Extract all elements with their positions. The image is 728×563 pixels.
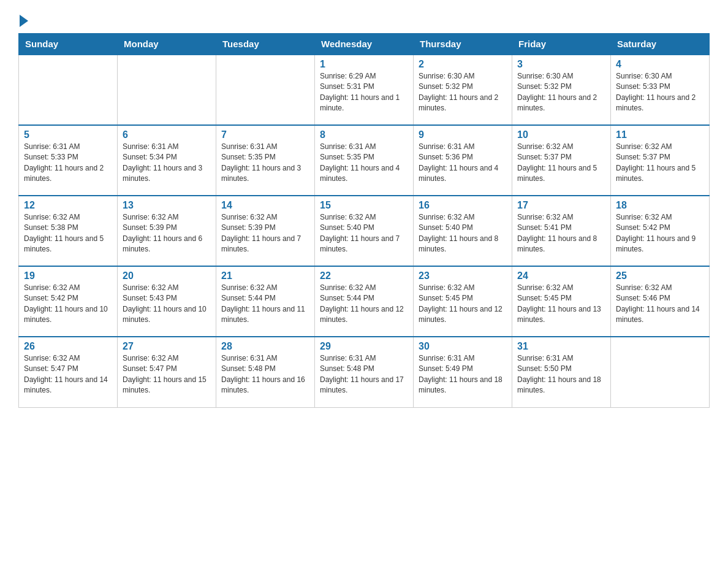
day-header-tuesday: Tuesday bbox=[216, 34, 315, 55]
calendar-cell: 12Sunrise: 6:32 AM Sunset: 5:38 PM Dayli… bbox=[19, 196, 118, 266]
calendar-cell: 2Sunrise: 6:30 AM Sunset: 5:32 PM Daylig… bbox=[414, 55, 512, 125]
cell-info: Sunrise: 6:32 AM Sunset: 5:44 PM Dayligh… bbox=[320, 283, 408, 326]
cell-day-number: 14 bbox=[221, 200, 309, 211]
cell-day-number: 12 bbox=[24, 200, 112, 211]
cell-day-number: 20 bbox=[123, 270, 211, 282]
calendar-cell: 17Sunrise: 6:32 AM Sunset: 5:41 PM Dayli… bbox=[512, 196, 611, 266]
cell-day-number: 4 bbox=[616, 59, 704, 70]
calendar-cell: 25Sunrise: 6:32 AM Sunset: 5:46 PM Dayli… bbox=[611, 266, 710, 337]
calendar-cell: 14Sunrise: 6:32 AM Sunset: 5:39 PM Dayli… bbox=[216, 196, 315, 266]
calendar-cell: 28Sunrise: 6:31 AM Sunset: 5:48 PM Dayli… bbox=[216, 337, 315, 407]
logo bbox=[18, 12, 28, 27]
cell-info: Sunrise: 6:31 AM Sunset: 5:36 PM Dayligh… bbox=[419, 142, 507, 185]
cell-day-number: 23 bbox=[419, 270, 507, 282]
cell-day-number: 30 bbox=[419, 341, 507, 352]
calendar-cell: 9Sunrise: 6:31 AM Sunset: 5:36 PM Daylig… bbox=[414, 125, 512, 196]
day-header-monday: Monday bbox=[118, 34, 216, 55]
cell-day-number: 9 bbox=[419, 129, 507, 140]
cell-day-number: 19 bbox=[24, 270, 112, 282]
cell-info: Sunrise: 6:31 AM Sunset: 5:49 PM Dayligh… bbox=[419, 353, 507, 396]
calendar-cell bbox=[216, 55, 315, 125]
cell-day-number: 18 bbox=[616, 200, 704, 211]
calendar-cell: 1Sunrise: 6:29 AM Sunset: 5:31 PM Daylig… bbox=[315, 55, 414, 125]
calendar-cell bbox=[611, 337, 710, 407]
cell-day-number: 8 bbox=[320, 129, 408, 140]
cell-info: Sunrise: 6:32 AM Sunset: 5:37 PM Dayligh… bbox=[616, 142, 704, 185]
calendar-cell: 27Sunrise: 6:32 AM Sunset: 5:47 PM Dayli… bbox=[118, 337, 216, 407]
cell-info: Sunrise: 6:31 AM Sunset: 5:48 PM Dayligh… bbox=[221, 353, 309, 396]
cell-info: Sunrise: 6:30 AM Sunset: 5:33 PM Dayligh… bbox=[616, 71, 704, 114]
cell-day-number: 27 bbox=[123, 341, 211, 352]
cell-day-number: 13 bbox=[123, 200, 211, 211]
cell-info: Sunrise: 6:32 AM Sunset: 5:44 PM Dayligh… bbox=[221, 283, 309, 326]
cell-info: Sunrise: 6:30 AM Sunset: 5:32 PM Dayligh… bbox=[517, 71, 605, 114]
cell-info: Sunrise: 6:32 AM Sunset: 5:46 PM Dayligh… bbox=[616, 283, 704, 326]
cell-day-number: 10 bbox=[517, 129, 605, 140]
calendar-cell: 10Sunrise: 6:32 AM Sunset: 5:37 PM Dayli… bbox=[512, 125, 611, 196]
calendar-cell: 6Sunrise: 6:31 AM Sunset: 5:34 PM Daylig… bbox=[118, 125, 216, 196]
cell-info: Sunrise: 6:32 AM Sunset: 5:42 PM Dayligh… bbox=[616, 212, 704, 255]
cell-info: Sunrise: 6:32 AM Sunset: 5:40 PM Dayligh… bbox=[419, 212, 507, 255]
cell-day-number: 21 bbox=[221, 270, 309, 282]
calendar-cell: 29Sunrise: 6:31 AM Sunset: 5:48 PM Dayli… bbox=[315, 337, 414, 407]
cell-day-number: 11 bbox=[616, 129, 704, 140]
cell-info: Sunrise: 6:32 AM Sunset: 5:42 PM Dayligh… bbox=[24, 283, 112, 326]
day-header-wednesday: Wednesday bbox=[315, 34, 414, 55]
calendar-cell bbox=[19, 55, 118, 125]
cell-info: Sunrise: 6:32 AM Sunset: 5:40 PM Dayligh… bbox=[320, 212, 408, 255]
calendar-body: 1Sunrise: 6:29 AM Sunset: 5:31 PM Daylig… bbox=[19, 55, 710, 407]
calendar-cell: 22Sunrise: 6:32 AM Sunset: 5:44 PM Dayli… bbox=[315, 266, 414, 337]
calendar-cell: 20Sunrise: 6:32 AM Sunset: 5:43 PM Dayli… bbox=[118, 266, 216, 337]
cell-info: Sunrise: 6:31 AM Sunset: 5:34 PM Dayligh… bbox=[123, 142, 211, 185]
cell-info: Sunrise: 6:32 AM Sunset: 5:41 PM Dayligh… bbox=[517, 212, 605, 255]
cell-day-number: 1 bbox=[320, 59, 408, 70]
day-header-friday: Friday bbox=[512, 34, 611, 55]
cell-info: Sunrise: 6:32 AM Sunset: 5:47 PM Dayligh… bbox=[24, 353, 112, 396]
cell-day-number: 6 bbox=[123, 129, 211, 140]
cell-info: Sunrise: 6:30 AM Sunset: 5:32 PM Dayligh… bbox=[419, 71, 507, 114]
day-header-saturday: Saturday bbox=[611, 34, 710, 55]
cell-day-number: 16 bbox=[419, 200, 507, 211]
cell-info: Sunrise: 6:32 AM Sunset: 5:39 PM Dayligh… bbox=[123, 212, 211, 255]
cell-info: Sunrise: 6:31 AM Sunset: 5:33 PM Dayligh… bbox=[24, 142, 112, 185]
calendar-cell: 19Sunrise: 6:32 AM Sunset: 5:42 PM Dayli… bbox=[19, 266, 118, 337]
cell-day-number: 22 bbox=[320, 270, 408, 282]
cell-info: Sunrise: 6:32 AM Sunset: 5:45 PM Dayligh… bbox=[419, 283, 507, 326]
cell-day-number: 24 bbox=[517, 270, 605, 282]
calendar-cell: 5Sunrise: 6:31 AM Sunset: 5:33 PM Daylig… bbox=[19, 125, 118, 196]
calendar-cell: 30Sunrise: 6:31 AM Sunset: 5:49 PM Dayli… bbox=[414, 337, 512, 407]
calendar-cell: 23Sunrise: 6:32 AM Sunset: 5:45 PM Dayli… bbox=[414, 266, 512, 337]
cell-info: Sunrise: 6:31 AM Sunset: 5:48 PM Dayligh… bbox=[320, 353, 408, 396]
calendar-cell: 31Sunrise: 6:31 AM Sunset: 5:50 PM Dayli… bbox=[512, 337, 611, 407]
cell-info: Sunrise: 6:32 AM Sunset: 5:37 PM Dayligh… bbox=[517, 142, 605, 185]
day-headers-row: SundayMondayTuesdayWednesdayThursdayFrid… bbox=[19, 34, 710, 55]
page-header bbox=[18, 12, 710, 27]
day-header-thursday: Thursday bbox=[414, 34, 512, 55]
calendar-cell: 4Sunrise: 6:30 AM Sunset: 5:33 PM Daylig… bbox=[611, 55, 710, 125]
calendar-cell: 8Sunrise: 6:31 AM Sunset: 5:35 PM Daylig… bbox=[315, 125, 414, 196]
calendar-cell: 13Sunrise: 6:32 AM Sunset: 5:39 PM Dayli… bbox=[118, 196, 216, 266]
cell-info: Sunrise: 6:32 AM Sunset: 5:45 PM Dayligh… bbox=[517, 283, 605, 326]
cell-day-number: 17 bbox=[517, 200, 605, 211]
day-header-sunday: Sunday bbox=[19, 34, 118, 55]
week-row-2: 5Sunrise: 6:31 AM Sunset: 5:33 PM Daylig… bbox=[19, 125, 710, 196]
cell-day-number: 15 bbox=[320, 200, 408, 211]
cell-day-number: 3 bbox=[517, 59, 605, 70]
cell-day-number: 7 bbox=[221, 129, 309, 140]
cell-day-number: 29 bbox=[320, 341, 408, 352]
calendar-cell: 15Sunrise: 6:32 AM Sunset: 5:40 PM Dayli… bbox=[315, 196, 414, 266]
cell-info: Sunrise: 6:31 AM Sunset: 5:35 PM Dayligh… bbox=[221, 142, 309, 185]
cell-day-number: 28 bbox=[221, 341, 309, 352]
cell-day-number: 26 bbox=[24, 341, 112, 352]
calendar-cell: 18Sunrise: 6:32 AM Sunset: 5:42 PM Dayli… bbox=[611, 196, 710, 266]
cell-day-number: 5 bbox=[24, 129, 112, 140]
cell-info: Sunrise: 6:31 AM Sunset: 5:50 PM Dayligh… bbox=[517, 353, 605, 396]
cell-day-number: 25 bbox=[616, 270, 704, 282]
calendar-cell: 7Sunrise: 6:31 AM Sunset: 5:35 PM Daylig… bbox=[216, 125, 315, 196]
week-row-1: 1Sunrise: 6:29 AM Sunset: 5:31 PM Daylig… bbox=[19, 55, 710, 125]
week-row-4: 19Sunrise: 6:32 AM Sunset: 5:42 PM Dayli… bbox=[19, 266, 710, 337]
cell-day-number: 2 bbox=[419, 59, 507, 70]
calendar-cell bbox=[118, 55, 216, 125]
cell-day-number: 31 bbox=[517, 341, 605, 352]
calendar-cell: 16Sunrise: 6:32 AM Sunset: 5:40 PM Dayli… bbox=[414, 196, 512, 266]
